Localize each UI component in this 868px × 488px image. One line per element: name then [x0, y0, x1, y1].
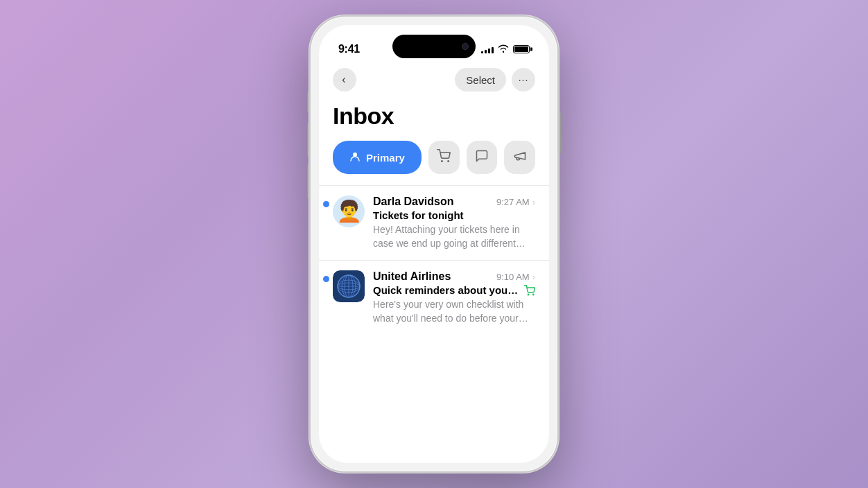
page-title: Inbox — [319, 97, 549, 141]
svg-point-2 — [448, 160, 449, 162]
phone-body: 9:41 — [309, 15, 559, 473]
back-icon: ‹ — [342, 73, 345, 86]
signal-bar-2 — [485, 50, 487, 53]
power-button — [559, 112, 561, 154]
more-button[interactable]: ··· — [512, 68, 535, 92]
camera-dot — [462, 43, 469, 50]
email-preview: Hey! Attaching your tickets here in case… — [373, 223, 535, 250]
back-button[interactable]: ‹ — [333, 68, 356, 92]
email-time-2: 9:10 AM › — [496, 272, 535, 282]
cart-icon — [437, 149, 451, 166]
email-subject-row: Quick reminders about your upcoming… — [373, 284, 535, 298]
tab-shopping[interactable] — [428, 141, 460, 174]
signal-bar-1 — [481, 51, 483, 53]
app-background: 9:41 — [0, 0, 868, 488]
nav-right-buttons: Select ··· — [455, 68, 535, 92]
tab-social[interactable] — [467, 141, 498, 174]
avatar-darla: 🧑‍🦱 — [333, 195, 365, 227]
chat-icon — [475, 149, 489, 166]
email-item-darla[interactable]: 🧑‍🦱 Darla Davidson 9:27 AM › Tickets for… — [319, 185, 549, 260]
signal-bar-4 — [492, 47, 494, 53]
svg-point-1 — [442, 160, 443, 162]
email-subject: Tickets for tonight — [373, 209, 535, 221]
sender-name-2: United Airlines — [373, 270, 451, 283]
phone-screen: 9:41 — [319, 25, 549, 463]
email-header-2: United Airlines 9:10 AM › — [373, 270, 535, 283]
sender-name: Darla Davidson — [373, 195, 453, 208]
email-time: 9:27 AM › — [496, 197, 535, 207]
avatar-emoji: 🧑‍🦱 — [336, 201, 362, 222]
nav-bar: ‹ Select ··· — [319, 62, 549, 97]
select-button[interactable]: Select — [455, 68, 506, 92]
tab-promotions[interactable] — [504, 141, 535, 174]
email-time-value: 9:27 AM — [496, 197, 530, 207]
status-icons — [481, 44, 530, 55]
battery-fill — [514, 46, 528, 52]
email-list: 🧑‍🦱 Darla Davidson 9:27 AM › Tickets for… — [319, 185, 549, 335]
tab-primary[interactable]: Primary — [333, 141, 422, 174]
person-icon — [349, 151, 361, 164]
email-header: Darla Davidson 9:27 AM › — [373, 195, 535, 208]
chevron-right-icon-2: › — [532, 272, 535, 282]
status-time: 9:41 — [338, 43, 360, 55]
signal-icon — [481, 45, 494, 53]
tab-primary-label: Primary — [366, 152, 405, 164]
united-airlines-logo — [333, 270, 365, 302]
battery-icon — [513, 45, 530, 53]
unread-indicator — [323, 201, 329, 207]
phone-frame: 9:41 — [309, 15, 559, 473]
svg-point-0 — [353, 152, 357, 157]
email-subject-2: Quick reminders about your upcoming… — [373, 284, 520, 296]
svg-point-13 — [528, 294, 528, 295]
shopping-cart-badge — [524, 285, 535, 298]
chevron-right-icon: › — [532, 197, 535, 207]
svg-point-14 — [533, 294, 534, 295]
avatar-united — [333, 270, 365, 302]
wifi-icon — [498, 44, 509, 55]
email-content-united: United Airlines 9:10 AM › Quick reminder… — [373, 270, 535, 325]
dynamic-island — [392, 35, 476, 58]
email-preview-2: Here's your very own checklist with what… — [373, 298, 535, 325]
signal-bar-3 — [488, 49, 490, 53]
email-item-united[interactable]: United Airlines 9:10 AM › Quick reminder… — [319, 260, 549, 335]
megaphone-icon — [513, 149, 527, 166]
unread-indicator-2 — [323, 276, 329, 282]
category-tabs: Primary — [319, 141, 549, 185]
email-content-darla: Darla Davidson 9:27 AM › Tickets for ton… — [373, 195, 535, 250]
email-time-value-2: 9:10 AM — [496, 272, 530, 282]
